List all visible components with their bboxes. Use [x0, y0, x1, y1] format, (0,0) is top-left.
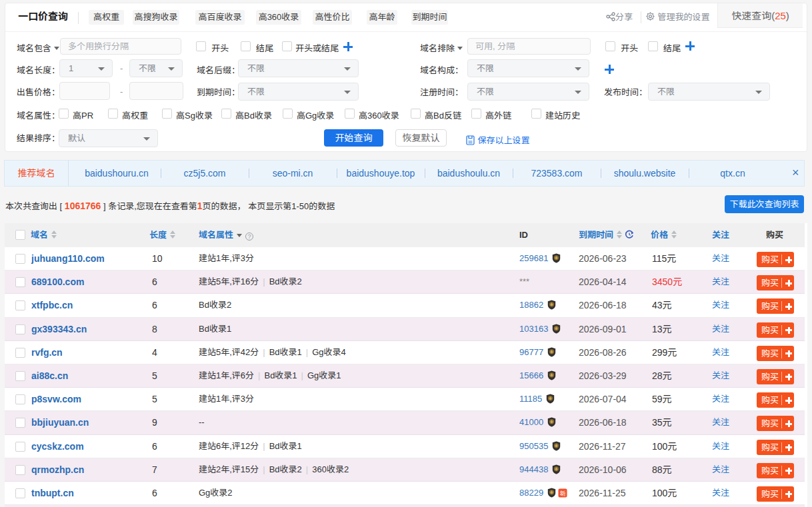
svg-text:新: 新 — [560, 490, 566, 496]
